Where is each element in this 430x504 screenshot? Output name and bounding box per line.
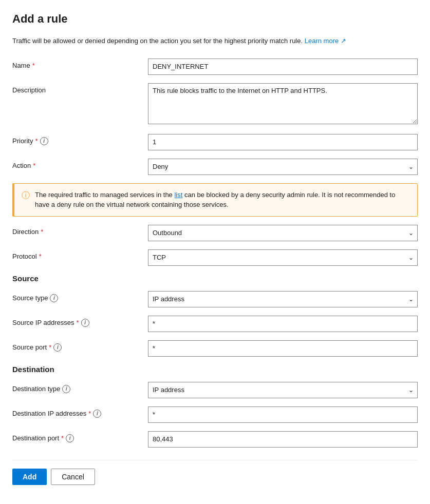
description-row: Description This rule blocks traffic to …: [12, 83, 418, 126]
source-ip-row: Source IP addresses * i: [12, 316, 418, 332]
protocol-required: *: [39, 253, 42, 260]
dest-ip-info-icon[interactable]: i: [93, 410, 101, 418]
dest-type-row: Destination type i IP address Service Ta…: [12, 382, 418, 398]
source-type-info-icon[interactable]: i: [50, 294, 58, 302]
dest-port-input[interactable]: [148, 431, 418, 448]
source-ip-label: Source IP addresses * i: [12, 316, 140, 327]
warning-icon: ⓘ: [22, 190, 30, 201]
dest-type-info-icon[interactable]: i: [62, 385, 70, 393]
description-label: Description: [12, 83, 140, 94]
dest-port-required: *: [61, 434, 64, 442]
dest-port-info-icon[interactable]: i: [66, 434, 74, 442]
dest-port-control: [148, 431, 418, 448]
dest-type-select[interactable]: IP address Service Tag: [148, 382, 418, 398]
action-select-wrapper: Deny Allow AlwaysAllow ⌄: [148, 159, 418, 175]
priority-input[interactable]: [148, 134, 418, 150]
warning-box: ⓘ The required traffic to managed servic…: [12, 183, 418, 217]
direction-control: Outbound Inbound ⌄: [148, 225, 418, 241]
warning-list-link[interactable]: list: [174, 191, 182, 199]
name-required: *: [32, 62, 35, 69]
dest-type-select-wrapper: IP address Service Tag ⌄: [148, 382, 418, 398]
dest-type-label: Destination type i: [12, 382, 140, 393]
source-port-required: *: [49, 343, 51, 351]
source-type-select-wrapper: IP address Service Tag ⌄: [148, 291, 418, 307]
dest-ip-label: Destination IP addresses * i: [12, 406, 140, 418]
protocol-label: Protocol *: [12, 249, 140, 260]
name-row: Name *: [12, 59, 418, 75]
name-control: [148, 59, 418, 75]
source-type-row: Source type i IP address Service Tag ⌄: [12, 291, 418, 307]
source-ip-input[interactable]: [148, 316, 418, 332]
direction-required: *: [41, 228, 43, 236]
dest-ip-input[interactable]: [148, 406, 418, 423]
dest-ip-required: *: [88, 410, 91, 417]
cancel-button[interactable]: Cancel: [51, 469, 95, 485]
source-type-label: Source type i: [12, 291, 140, 302]
action-row: Action * Deny Allow AlwaysAllow ⌄: [12, 159, 418, 175]
direction-label: Direction *: [12, 225, 140, 236]
source-port-control: [148, 340, 418, 357]
warning-text: The required traffic to managed services…: [35, 190, 410, 210]
source-ip-control: [148, 316, 418, 332]
priority-row: Priority * i: [12, 134, 418, 150]
dest-ip-row: Destination IP addresses * i: [12, 406, 418, 423]
button-row: Add Cancel: [12, 460, 418, 485]
action-required: *: [33, 162, 35, 169]
protocol-select-wrapper: TCP Any UDP ICMP ⌄: [148, 249, 418, 266]
learn-more-link[interactable]: Learn more ↗: [305, 37, 346, 45]
page-title: Add a rule: [12, 12, 418, 26]
direction-select[interactable]: Outbound Inbound: [148, 225, 418, 241]
source-port-row: Source port * i: [12, 340, 418, 357]
dest-ip-control: [148, 406, 418, 423]
source-ip-required: *: [76, 319, 79, 326]
source-port-input[interactable]: [148, 340, 418, 357]
dest-port-row: Destination port * i: [12, 431, 418, 448]
protocol-select[interactable]: TCP Any UDP ICMP: [148, 249, 418, 266]
protocol-row: Protocol * TCP Any UDP ICMP ⌄: [12, 249, 418, 266]
priority-label: Priority * i: [12, 134, 140, 145]
priority-control: [148, 134, 418, 150]
description-input[interactable]: This rule blocks traffic to the Internet…: [148, 83, 418, 124]
source-port-label: Source port * i: [12, 340, 140, 352]
action-label: Action *: [12, 159, 140, 169]
source-type-select[interactable]: IP address Service Tag: [148, 291, 418, 307]
dest-port-label: Destination port * i: [12, 431, 140, 442]
name-input[interactable]: [148, 59, 418, 75]
priority-info-icon[interactable]: i: [40, 137, 48, 145]
destination-section-header: Destination: [12, 365, 418, 374]
name-label: Name *: [12, 59, 140, 69]
source-ip-info-icon[interactable]: i: [81, 319, 89, 327]
action-select[interactable]: Deny Allow AlwaysAllow: [148, 159, 418, 175]
dest-type-control: IP address Service Tag ⌄: [148, 382, 418, 398]
direction-row: Direction * Outbound Inbound ⌄: [12, 225, 418, 241]
source-type-control: IP address Service Tag ⌄: [148, 291, 418, 307]
add-button[interactable]: Add: [12, 469, 47, 485]
priority-required: *: [35, 137, 38, 145]
source-port-info-icon[interactable]: i: [53, 343, 62, 352]
action-control: Deny Allow AlwaysAllow ⌄: [148, 159, 418, 175]
description-control: This rule blocks traffic to the Internet…: [148, 83, 418, 126]
subtitle-text: Traffic will be allowed or denied depend…: [12, 36, 418, 46]
protocol-control: TCP Any UDP ICMP ⌄: [148, 249, 418, 266]
source-section-header: Source: [12, 274, 418, 283]
direction-select-wrapper: Outbound Inbound ⌄: [148, 225, 418, 241]
